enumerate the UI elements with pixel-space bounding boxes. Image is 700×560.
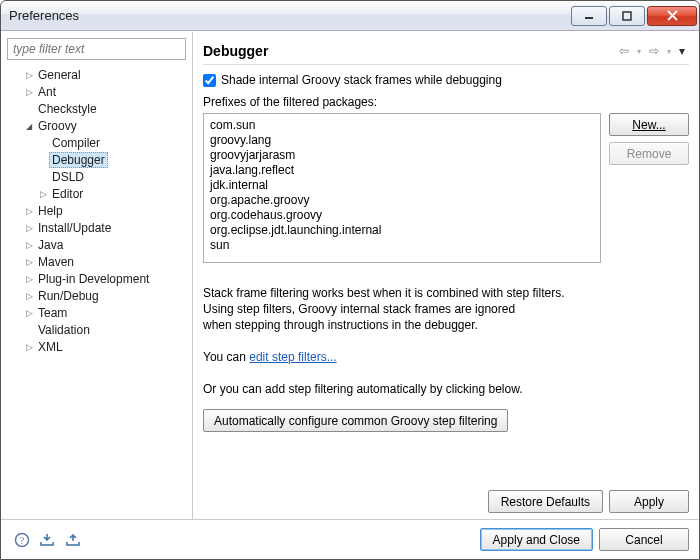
page-content: Shade internal Groovy stack frames while… [203,64,689,482]
expand-icon[interactable] [23,239,35,250]
minimize-button[interactable] [571,6,607,26]
titlebar: Preferences [1,1,699,31]
expand-icon[interactable] [23,256,35,267]
new-button[interactable]: New... [609,113,689,136]
apply-button[interactable]: Apply [609,490,689,513]
back-icon[interactable]: ⇦ [615,44,633,58]
list-item[interactable]: org.apache.groovy [210,193,594,208]
list-item[interactable]: groovyjarjarasm [210,148,594,163]
tree-item-compiler[interactable]: Compiler [49,136,103,150]
tree-item-install-update[interactable]: Install/Update [35,221,114,235]
list-item[interactable]: groovy.lang [210,133,594,148]
restore-defaults-button[interactable]: Restore Defaults [488,490,603,513]
svg-rect-1 [623,12,631,20]
expand-icon[interactable] [23,205,35,216]
tree-item-debugger[interactable]: Debugger [49,152,108,168]
expand-icon[interactable] [23,86,35,97]
auto-configure-button[interactable]: Automatically configure common Groovy st… [203,409,508,432]
shade-frames-checkbox[interactable] [203,74,216,87]
client-area: General Ant Checkstyle Groovy Compiler D… [1,31,699,519]
tree-item-groovy[interactable]: Groovy [35,119,80,133]
expand-icon[interactable] [37,188,49,199]
list-item[interactable]: sun [210,238,594,253]
list-item[interactable]: com.sun [210,118,594,133]
prefixes-list[interactable]: com.sun groovy.lang groovyjarjarasm java… [203,113,601,263]
expand-icon[interactable] [23,273,35,284]
filter-input[interactable] [7,38,186,60]
tree-item-ant[interactable]: Ant [35,85,59,99]
tree-item-xml[interactable]: XML [35,340,66,354]
forward-icon[interactable]: ⇨ [645,44,663,58]
back-dropdown-icon[interactable]: ▾ [633,47,645,56]
tree-item-team[interactable]: Team [35,306,70,320]
tree-item-validation[interactable]: Validation [35,323,93,337]
expand-icon[interactable] [23,341,35,352]
collapse-icon[interactable] [23,120,35,131]
export-icon[interactable] [63,530,85,550]
expand-icon[interactable] [23,69,35,80]
tree-item-maven[interactable]: Maven [35,255,77,269]
expand-icon[interactable] [23,307,35,318]
close-button[interactable] [647,6,697,26]
tree-item-run-debug[interactable]: Run/Debug [35,289,102,303]
forward-dropdown-icon[interactable]: ▾ [663,47,675,56]
list-item[interactable]: jdk.internal [210,178,594,193]
menu-dropdown-icon[interactable]: ▾ [675,44,689,58]
page-title: Debugger [203,43,615,59]
edit-step-filters-link[interactable]: edit step filters... [249,350,336,364]
maximize-button[interactable] [609,6,645,26]
prefixes-label: Prefixes of the filtered packages: [203,95,689,109]
dialog-footer: ? Apply and Close Cancel [1,519,699,559]
tree-item-editor[interactable]: Editor [49,187,86,201]
tree-item-dsld[interactable]: DSLD [49,170,87,184]
preference-tree[interactable]: General Ant Checkstyle Groovy Compiler D… [7,66,186,513]
tree-item-plugin-dev[interactable]: Plug-in Development [35,272,152,286]
window-title: Preferences [9,8,569,23]
info-text: Stack frame filtering works best when it… [203,285,689,397]
import-icon[interactable] [37,530,59,550]
expand-icon[interactable] [23,290,35,301]
right-panel: Debugger ⇦ ▾ ⇨ ▾ ▾ Shade internal Groovy… [193,32,699,519]
tree-item-general[interactable]: General [35,68,84,82]
apply-and-close-button[interactable]: Apply and Close [480,528,593,551]
tree-item-java[interactable]: Java [35,238,66,252]
tree-item-checkstyle[interactable]: Checkstyle [35,102,100,116]
tree-item-help[interactable]: Help [35,204,66,218]
remove-button: Remove [609,142,689,165]
list-item[interactable]: org.codehaus.groovy [210,208,594,223]
help-icon[interactable]: ? [11,530,33,550]
list-item[interactable]: java.lang.reflect [210,163,594,178]
list-item[interactable]: org.eclipse.jdt.launching.internal [210,223,594,238]
left-panel: General Ant Checkstyle Groovy Compiler D… [1,32,193,519]
svg-text:?: ? [20,535,25,546]
cancel-button[interactable]: Cancel [599,528,689,551]
shade-frames-label: Shade internal Groovy stack frames while… [221,73,502,87]
expand-icon[interactable] [23,222,35,233]
